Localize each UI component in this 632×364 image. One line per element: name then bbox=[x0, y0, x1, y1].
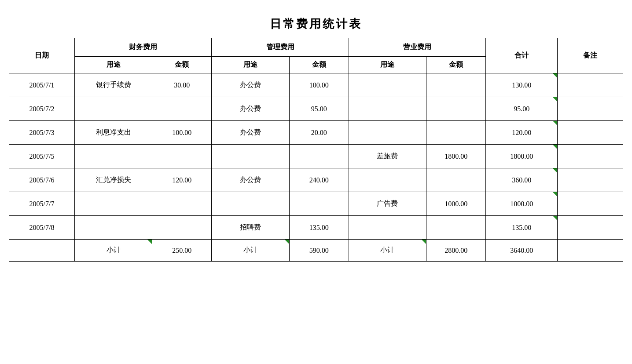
cell-finance-purpose: 汇兑净损失 bbox=[74, 168, 152, 192]
cell-finance-purpose: 银行手续费 bbox=[74, 73, 152, 97]
cell-finance-amount bbox=[152, 192, 212, 216]
cell-mgmt-amount: 95.00 bbox=[289, 97, 349, 121]
cell-note bbox=[557, 216, 623, 240]
header-operations: 营业费用 bbox=[349, 38, 485, 57]
cell-ops-amount: 1000.00 bbox=[426, 192, 486, 216]
cell-finance-amount bbox=[152, 216, 212, 240]
cell-ops-amount bbox=[426, 121, 486, 145]
header-finance: 财务费用 bbox=[74, 38, 211, 57]
table-row: 2005/7/2办公费95.0095.00 bbox=[9, 97, 623, 121]
cell-ops-purpose bbox=[349, 97, 426, 121]
subtotal-total: 3640.00 bbox=[486, 240, 558, 262]
cell-mgmt-amount: 240.00 bbox=[289, 168, 349, 192]
cell-mgmt-purpose bbox=[212, 145, 289, 168]
cell-mgmt-amount bbox=[289, 192, 349, 216]
cell-ops-amount bbox=[426, 168, 486, 192]
subtotal-mgmt-amount: 590.00 bbox=[289, 240, 349, 262]
cell-mgmt-purpose: 招聘费 bbox=[212, 216, 289, 240]
cell-ops-purpose bbox=[349, 121, 426, 145]
cell-date: 2005/7/6 bbox=[9, 168, 75, 192]
cell-note bbox=[557, 97, 623, 121]
cell-mgmt-purpose: 办公费 bbox=[212, 168, 289, 192]
cell-total: 95.00 bbox=[486, 97, 558, 121]
header-ops-purpose: 用途 bbox=[349, 57, 426, 73]
cell-ops-amount bbox=[426, 216, 486, 240]
table-row: 2005/7/3利息净支出100.00办公费20.00120.00 bbox=[9, 121, 623, 145]
header-ops-amount: 金额 bbox=[426, 57, 486, 73]
cell-mgmt-purpose bbox=[212, 192, 289, 216]
table-row: 2005/7/6汇兑净损失120.00办公费240.00360.00 bbox=[9, 168, 623, 192]
header-finance-purpose: 用途 bbox=[74, 57, 152, 73]
cell-ops-purpose: 差旅费 bbox=[349, 145, 426, 168]
cell-finance-purpose bbox=[74, 192, 152, 216]
subtotal-finance-label: 小计 bbox=[74, 240, 152, 262]
cell-mgmt-amount: 100.00 bbox=[289, 73, 349, 97]
cell-note bbox=[557, 168, 623, 192]
cell-ops-purpose: 广告费 bbox=[349, 192, 426, 216]
cell-ops-amount: 1800.00 bbox=[426, 145, 486, 168]
cell-mgmt-purpose: 办公费 bbox=[212, 97, 289, 121]
table-row: 2005/7/5差旅费1800.001800.00 bbox=[9, 145, 623, 168]
header-note: 备注 bbox=[557, 38, 623, 73]
header-finance-amount: 金额 bbox=[152, 57, 212, 73]
cell-mgmt-purpose: 办公费 bbox=[212, 121, 289, 145]
subtotal-note bbox=[557, 240, 623, 262]
cell-mgmt-purpose: 办公费 bbox=[212, 73, 289, 97]
cell-ops-amount bbox=[426, 97, 486, 121]
cell-note bbox=[557, 192, 623, 216]
header-mgmt-purpose: 用途 bbox=[212, 57, 289, 73]
cell-date: 2005/7/7 bbox=[9, 192, 75, 216]
cell-mgmt-amount: 20.00 bbox=[289, 121, 349, 145]
table-row: 2005/7/8招聘费135.00135.00 bbox=[9, 216, 623, 240]
cell-mgmt-amount: 135.00 bbox=[289, 216, 349, 240]
cell-finance-amount bbox=[152, 145, 212, 168]
cell-total: 360.00 bbox=[486, 168, 558, 192]
header-mgmt-amount: 金额 bbox=[289, 57, 349, 73]
cell-note bbox=[557, 121, 623, 145]
page-title: 日常费用统计表 bbox=[9, 9, 623, 38]
subtotal-ops-label: 小计 bbox=[349, 240, 426, 262]
cell-ops-purpose bbox=[349, 216, 426, 240]
cell-finance-amount: 30.00 bbox=[152, 73, 212, 97]
subtotal-finance-amount: 250.00 bbox=[152, 240, 212, 262]
cell-finance-purpose bbox=[74, 97, 152, 121]
cell-total: 135.00 bbox=[486, 216, 558, 240]
header-total: 合计 bbox=[486, 38, 558, 73]
page-container: 日常费用统计表 日期 财务费用 管理费用 营业费用 合计 备注 用途 金额 用途… bbox=[9, 9, 623, 262]
cell-note bbox=[557, 145, 623, 168]
cell-mgmt-amount bbox=[289, 145, 349, 168]
cell-date: 2005/7/8 bbox=[9, 216, 75, 240]
cell-ops-amount bbox=[426, 73, 486, 97]
cell-date: 2005/7/1 bbox=[9, 73, 75, 97]
subtotal-row: 小计250.00小计590.00小计2800.003640.00 bbox=[9, 240, 623, 262]
cell-finance-amount: 100.00 bbox=[152, 121, 212, 145]
cell-finance-purpose bbox=[74, 145, 152, 168]
subtotal-mgmt-label: 小计 bbox=[212, 240, 289, 262]
cell-total: 120.00 bbox=[486, 121, 558, 145]
cell-finance-amount: 120.00 bbox=[152, 168, 212, 192]
header-row-1: 日期 财务费用 管理费用 营业费用 合计 备注 bbox=[9, 38, 623, 57]
cell-date: 2005/7/5 bbox=[9, 145, 75, 168]
cell-finance-purpose: 利息净支出 bbox=[74, 121, 152, 145]
table-row: 2005/7/1银行手续费30.00办公费100.00130.00 bbox=[9, 73, 623, 97]
cell-date: 2005/7/2 bbox=[9, 97, 75, 121]
cell-ops-purpose bbox=[349, 168, 426, 192]
subtotal-date bbox=[9, 240, 75, 262]
cell-note bbox=[557, 73, 623, 97]
cell-finance-amount bbox=[152, 97, 212, 121]
cell-total: 1000.00 bbox=[486, 192, 558, 216]
subtotal-ops-amount: 2800.00 bbox=[426, 240, 486, 262]
cell-date: 2005/7/3 bbox=[9, 121, 75, 145]
header-date: 日期 bbox=[9, 38, 75, 73]
cell-total: 1800.00 bbox=[486, 145, 558, 168]
table-row: 2005/7/7广告费1000.001000.00 bbox=[9, 192, 623, 216]
header-management: 管理费用 bbox=[212, 38, 349, 57]
cell-total: 130.00 bbox=[486, 73, 558, 97]
cell-finance-purpose bbox=[74, 216, 152, 240]
cell-ops-purpose bbox=[349, 73, 426, 97]
expense-table: 日期 财务费用 管理费用 营业费用 合计 备注 用途 金额 用途 金额 用途 金… bbox=[9, 38, 623, 262]
